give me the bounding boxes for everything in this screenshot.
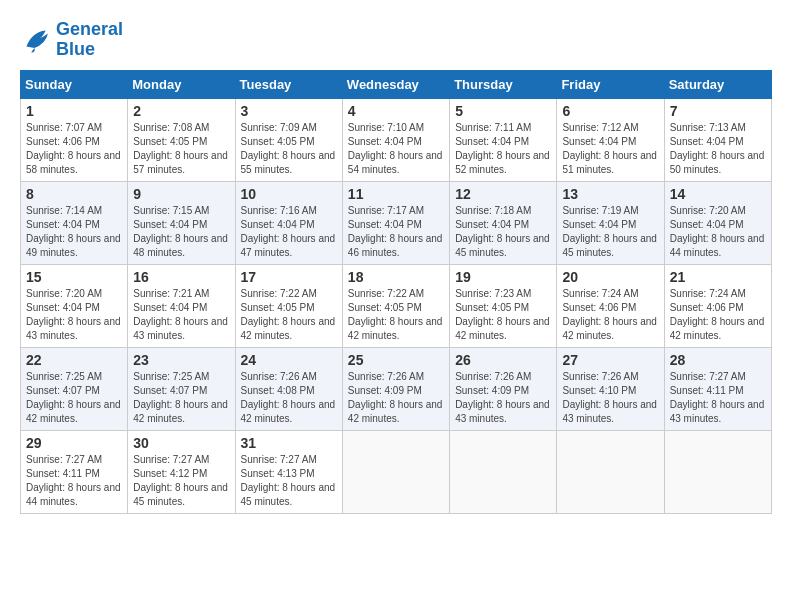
table-cell: 3 Sunrise: 7:09 AM Sunset: 4:05 PM Dayli… <box>235 98 342 181</box>
table-cell: 13 Sunrise: 7:19 AM Sunset: 4:04 PM Dayl… <box>557 181 664 264</box>
table-cell: 10 Sunrise: 7:16 AM Sunset: 4:04 PM Dayl… <box>235 181 342 264</box>
day-number: 26 <box>455 352 551 368</box>
day-number: 31 <box>241 435 337 451</box>
day-info: Sunrise: 7:10 AM Sunset: 4:04 PM Dayligh… <box>348 121 444 177</box>
day-info: Sunrise: 7:18 AM Sunset: 4:04 PM Dayligh… <box>455 204 551 260</box>
table-cell: 2 Sunrise: 7:08 AM Sunset: 4:05 PM Dayli… <box>128 98 235 181</box>
calendar-row: 22 Sunrise: 7:25 AM Sunset: 4:07 PM Dayl… <box>21 347 772 430</box>
table-cell: 29 Sunrise: 7:27 AM Sunset: 4:11 PM Dayl… <box>21 430 128 513</box>
day-number: 27 <box>562 352 658 368</box>
header: General Blue <box>20 20 772 60</box>
day-info: Sunrise: 7:12 AM Sunset: 4:04 PM Dayligh… <box>562 121 658 177</box>
day-info: Sunrise: 7:17 AM Sunset: 4:04 PM Dayligh… <box>348 204 444 260</box>
day-number: 28 <box>670 352 766 368</box>
day-info: Sunrise: 7:14 AM Sunset: 4:04 PM Dayligh… <box>26 204 122 260</box>
calendar-row: 29 Sunrise: 7:27 AM Sunset: 4:11 PM Dayl… <box>21 430 772 513</box>
day-number: 30 <box>133 435 229 451</box>
calendar-row: 15 Sunrise: 7:20 AM Sunset: 4:04 PM Dayl… <box>21 264 772 347</box>
table-cell <box>450 430 557 513</box>
table-cell: 23 Sunrise: 7:25 AM Sunset: 4:07 PM Dayl… <box>128 347 235 430</box>
day-info: Sunrise: 7:16 AM Sunset: 4:04 PM Dayligh… <box>241 204 337 260</box>
day-info: Sunrise: 7:27 AM Sunset: 4:11 PM Dayligh… <box>670 370 766 426</box>
col-saturday: Saturday <box>664 70 771 98</box>
day-number: 1 <box>26 103 122 119</box>
day-number: 17 <box>241 269 337 285</box>
table-cell: 21 Sunrise: 7:24 AM Sunset: 4:06 PM Dayl… <box>664 264 771 347</box>
table-cell: 27 Sunrise: 7:26 AM Sunset: 4:10 PM Dayl… <box>557 347 664 430</box>
day-info: Sunrise: 7:24 AM Sunset: 4:06 PM Dayligh… <box>670 287 766 343</box>
day-info: Sunrise: 7:27 AM Sunset: 4:12 PM Dayligh… <box>133 453 229 509</box>
day-info: Sunrise: 7:25 AM Sunset: 4:07 PM Dayligh… <box>26 370 122 426</box>
day-number: 9 <box>133 186 229 202</box>
day-info: Sunrise: 7:26 AM Sunset: 4:08 PM Dayligh… <box>241 370 337 426</box>
table-cell: 16 Sunrise: 7:21 AM Sunset: 4:04 PM Dayl… <box>128 264 235 347</box>
day-info: Sunrise: 7:27 AM Sunset: 4:11 PM Dayligh… <box>26 453 122 509</box>
day-number: 21 <box>670 269 766 285</box>
table-cell: 20 Sunrise: 7:24 AM Sunset: 4:06 PM Dayl… <box>557 264 664 347</box>
logo: General Blue <box>20 20 123 60</box>
day-number: 12 <box>455 186 551 202</box>
day-number: 3 <box>241 103 337 119</box>
table-cell: 9 Sunrise: 7:15 AM Sunset: 4:04 PM Dayli… <box>128 181 235 264</box>
table-cell: 22 Sunrise: 7:25 AM Sunset: 4:07 PM Dayl… <box>21 347 128 430</box>
day-info: Sunrise: 7:15 AM Sunset: 4:04 PM Dayligh… <box>133 204 229 260</box>
table-cell: 7 Sunrise: 7:13 AM Sunset: 4:04 PM Dayli… <box>664 98 771 181</box>
day-number: 23 <box>133 352 229 368</box>
day-number: 22 <box>26 352 122 368</box>
col-monday: Monday <box>128 70 235 98</box>
col-wednesday: Wednesday <box>342 70 449 98</box>
day-info: Sunrise: 7:09 AM Sunset: 4:05 PM Dayligh… <box>241 121 337 177</box>
logo-text: General Blue <box>56 20 123 60</box>
day-number: 15 <box>26 269 122 285</box>
day-number: 29 <box>26 435 122 451</box>
table-cell: 26 Sunrise: 7:26 AM Sunset: 4:09 PM Dayl… <box>450 347 557 430</box>
day-info: Sunrise: 7:26 AM Sunset: 4:09 PM Dayligh… <box>348 370 444 426</box>
day-number: 19 <box>455 269 551 285</box>
day-number: 14 <box>670 186 766 202</box>
col-sunday: Sunday <box>21 70 128 98</box>
table-cell: 18 Sunrise: 7:22 AM Sunset: 4:05 PM Dayl… <box>342 264 449 347</box>
day-info: Sunrise: 7:23 AM Sunset: 4:05 PM Dayligh… <box>455 287 551 343</box>
table-cell: 25 Sunrise: 7:26 AM Sunset: 4:09 PM Dayl… <box>342 347 449 430</box>
calendar-row: 1 Sunrise: 7:07 AM Sunset: 4:06 PM Dayli… <box>21 98 772 181</box>
day-number: 18 <box>348 269 444 285</box>
day-number: 11 <box>348 186 444 202</box>
day-number: 8 <box>26 186 122 202</box>
table-cell: 11 Sunrise: 7:17 AM Sunset: 4:04 PM Dayl… <box>342 181 449 264</box>
col-tuesday: Tuesday <box>235 70 342 98</box>
day-number: 6 <box>562 103 658 119</box>
day-number: 2 <box>133 103 229 119</box>
day-info: Sunrise: 7:22 AM Sunset: 4:05 PM Dayligh… <box>348 287 444 343</box>
table-cell: 15 Sunrise: 7:20 AM Sunset: 4:04 PM Dayl… <box>21 264 128 347</box>
day-number: 25 <box>348 352 444 368</box>
day-number: 7 <box>670 103 766 119</box>
day-info: Sunrise: 7:25 AM Sunset: 4:07 PM Dayligh… <box>133 370 229 426</box>
col-friday: Friday <box>557 70 664 98</box>
day-info: Sunrise: 7:24 AM Sunset: 4:06 PM Dayligh… <box>562 287 658 343</box>
logo-icon <box>20 24 52 56</box>
table-cell: 24 Sunrise: 7:26 AM Sunset: 4:08 PM Dayl… <box>235 347 342 430</box>
table-cell: 28 Sunrise: 7:27 AM Sunset: 4:11 PM Dayl… <box>664 347 771 430</box>
day-info: Sunrise: 7:20 AM Sunset: 4:04 PM Dayligh… <box>26 287 122 343</box>
header-row: Sunday Monday Tuesday Wednesday Thursday… <box>21 70 772 98</box>
table-cell: 19 Sunrise: 7:23 AM Sunset: 4:05 PM Dayl… <box>450 264 557 347</box>
day-info: Sunrise: 7:20 AM Sunset: 4:04 PM Dayligh… <box>670 204 766 260</box>
day-number: 24 <box>241 352 337 368</box>
day-number: 5 <box>455 103 551 119</box>
day-info: Sunrise: 7:08 AM Sunset: 4:05 PM Dayligh… <box>133 121 229 177</box>
day-info: Sunrise: 7:26 AM Sunset: 4:09 PM Dayligh… <box>455 370 551 426</box>
day-info: Sunrise: 7:13 AM Sunset: 4:04 PM Dayligh… <box>670 121 766 177</box>
day-info: Sunrise: 7:22 AM Sunset: 4:05 PM Dayligh… <box>241 287 337 343</box>
day-info: Sunrise: 7:21 AM Sunset: 4:04 PM Dayligh… <box>133 287 229 343</box>
day-info: Sunrise: 7:07 AM Sunset: 4:06 PM Dayligh… <box>26 121 122 177</box>
day-info: Sunrise: 7:27 AM Sunset: 4:13 PM Dayligh… <box>241 453 337 509</box>
table-cell: 31 Sunrise: 7:27 AM Sunset: 4:13 PM Dayl… <box>235 430 342 513</box>
table-cell: 30 Sunrise: 7:27 AM Sunset: 4:12 PM Dayl… <box>128 430 235 513</box>
table-cell: 12 Sunrise: 7:18 AM Sunset: 4:04 PM Dayl… <box>450 181 557 264</box>
day-number: 13 <box>562 186 658 202</box>
calendar-table: Sunday Monday Tuesday Wednesday Thursday… <box>20 70 772 514</box>
table-cell: 14 Sunrise: 7:20 AM Sunset: 4:04 PM Dayl… <box>664 181 771 264</box>
table-cell <box>557 430 664 513</box>
day-info: Sunrise: 7:11 AM Sunset: 4:04 PM Dayligh… <box>455 121 551 177</box>
table-cell: 4 Sunrise: 7:10 AM Sunset: 4:04 PM Dayli… <box>342 98 449 181</box>
